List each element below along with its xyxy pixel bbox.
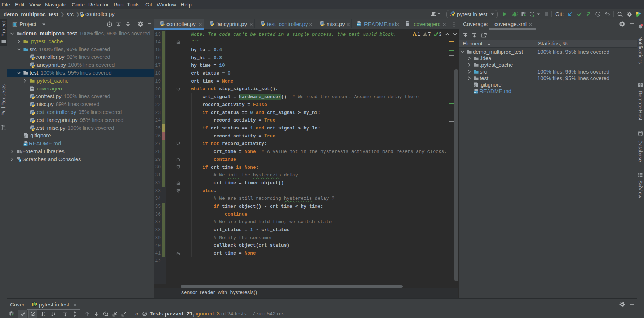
svg-text:MD: MD <box>474 91 478 93</box>
svg-text:MD: MD <box>24 143 27 146</box>
svg-text:a: a <box>44 311 45 314</box>
svg-text:MD: MD <box>357 23 361 26</box>
svg-text:z: z <box>44 314 45 317</box>
